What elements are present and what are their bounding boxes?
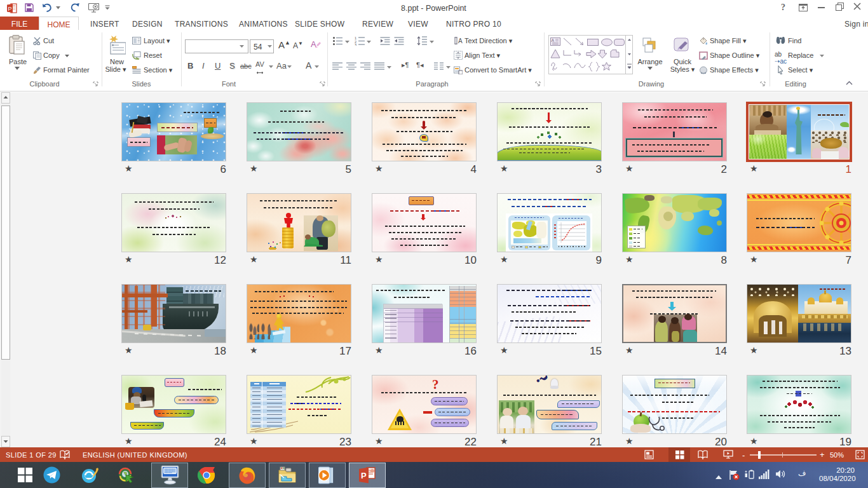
svg-text:P: P bbox=[361, 471, 367, 480]
svg-text:A: A bbox=[552, 38, 555, 43]
svg-text:3: 3 bbox=[355, 43, 356, 46]
svg-text:A: A bbox=[458, 37, 463, 44]
svg-text:P: P bbox=[8, 6, 12, 12]
